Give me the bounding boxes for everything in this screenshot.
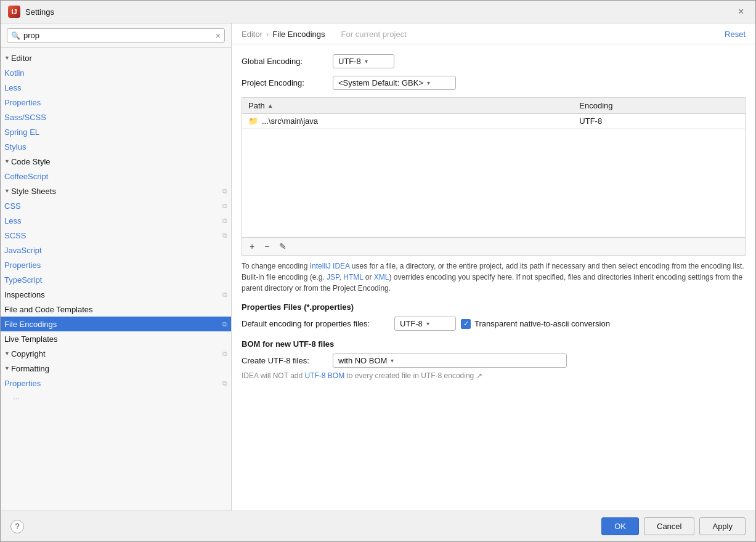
create-utf8-label: Create UTF-8 files:	[242, 356, 328, 365]
sidebar-item-live-templates[interactable]: Live Templates	[1, 331, 231, 346]
transparent-label: Transparent native-to-ascii conversion	[474, 319, 610, 328]
search-box: 🔍 ×	[1, 23, 231, 48]
transparent-checkbox-wrap: ✓ Transparent native-to-ascii conversion	[461, 319, 610, 329]
project-encoding-arrow-icon: ▾	[427, 79, 430, 86]
help-button[interactable]: ?	[10, 520, 24, 533]
sidebar-item-spring-el[interactable]: Spring EL	[1, 124, 231, 139]
copyright-label: Copyright	[11, 349, 46, 358]
table-toolbar: + − ✎	[242, 237, 745, 255]
sidebar-item-sass[interactable]: Sass/SCSS	[1, 110, 231, 124]
sidebar-item-less[interactable]: Less	[1, 80, 231, 95]
sidebar-item-javascript[interactable]: JavaScript	[1, 243, 231, 257]
bom-section: BOM for new UTF-8 files Create UTF-8 fil…	[242, 339, 746, 380]
th-encoding: Encoding	[573, 98, 745, 113]
folder-icon: 📁	[248, 116, 258, 126]
sidebar-item-code-style[interactable]: ▼ Code Style	[1, 154, 231, 169]
default-encoding-value: UTF-8	[400, 319, 423, 328]
table-body: 📁 ...\src\main\java UTF-8	[242, 114, 745, 237]
for-current-project: For current project	[341, 30, 407, 39]
clear-search-button[interactable]: ×	[216, 31, 221, 40]
sidebar-item-coffeescript[interactable]: CoffeeScript	[1, 169, 231, 184]
td-path: 📁 ...\src\main\java	[242, 114, 573, 128]
reset-button[interactable]: Reset	[725, 30, 746, 39]
sidebar-item-kotlin[interactable]: Kotlin	[1, 65, 231, 80]
table-header: Path ▲ Encoding	[242, 98, 745, 114]
th-path: Path ▲	[242, 98, 573, 113]
file-encodings-label: File Encodings	[4, 320, 57, 329]
breadcrumb-separator: ›	[266, 30, 269, 39]
sidebar-item-file-encodings[interactable]: File Encodings ⧉	[1, 317, 231, 331]
apply-button[interactable]: Apply	[699, 517, 746, 535]
sidebar-item-style-sheets[interactable]: ▼ Style Sheets ⧉	[1, 184, 231, 198]
project-encoding-dropdown[interactable]: <System Default: GBK> ▾	[333, 76, 456, 90]
sidebar-item-copyright[interactable]: ▼ Copyright ⧉	[1, 346, 231, 361]
transparent-checkbox[interactable]: ✓	[461, 319, 471, 329]
close-button[interactable]: ×	[738, 7, 748, 17]
intellij-link: IntelliJ IDEA	[310, 262, 350, 270]
app-icon: IJ	[8, 6, 20, 18]
encoding-value: UTF-8	[579, 116, 602, 126]
expand-editor-icon: ▼	[4, 55, 10, 61]
bom-row: Create UTF-8 files: with NO BOM ▾	[242, 354, 746, 368]
edit-row-button[interactable]: ✎	[275, 240, 290, 253]
project-encoding-value: <System Default: GBK>	[338, 78, 423, 87]
file-code-templates-label: File and Code Templates	[4, 305, 93, 314]
sidebar-item-stylus[interactable]: Stylus	[1, 139, 231, 154]
add-row-button[interactable]: +	[246, 240, 258, 253]
sidebar-item-editor[interactable]: ▼ Editor	[1, 51, 231, 65]
panel-content: Global Encoding: UTF-8 ▾ Project Encodin…	[232, 44, 755, 511]
search-input[interactable]	[23, 31, 213, 40]
sidebar-item-properties2[interactable]: Properties	[1, 257, 231, 272]
table-row[interactable]: 📁 ...\src\main\java UTF-8	[242, 114, 745, 129]
remove-row-button[interactable]: −	[261, 240, 273, 253]
search-icon: 🔍	[11, 31, 20, 40]
more-label: ···	[13, 394, 20, 403]
create-utf8-dropdown[interactable]: with NO BOM ▾	[333, 354, 567, 368]
encoding-info: To change encoding IntelliJ IDEA uses fo…	[242, 261, 746, 294]
path-value: ...\src\main\java	[262, 116, 318, 126]
sidebar-item-scss[interactable]: SCSS ⧉	[1, 228, 231, 243]
properties-section-title: Properties Files (*.properties)	[242, 302, 746, 312]
scss-copy-icon: ⧉	[222, 232, 227, 240]
jsp-link: JSP	[327, 273, 339, 281]
scss-label: SCSS	[4, 231, 26, 240]
search-wrap: 🔍 ×	[7, 28, 225, 42]
properties3-copy-icon: ⧉	[222, 379, 227, 387]
global-encoding-dropdown[interactable]: UTF-8 ▾	[333, 54, 394, 68]
inspections-copy-icon: ⧉	[222, 291, 227, 299]
bom-section-title: BOM for new UTF-8 files	[242, 339, 746, 349]
sidebar-item-inspections[interactable]: Inspections ⧉	[1, 287, 231, 302]
sass-label: Sass/SCSS	[4, 113, 46, 122]
sidebar-item-less2[interactable]: Less ⧉	[1, 213, 231, 228]
kotlin-label: Kotlin	[4, 68, 25, 78]
sidebar-item-properties3[interactable]: Properties ⧉	[1, 376, 231, 390]
less2-label: Less	[4, 216, 21, 225]
td-encoding: UTF-8	[573, 114, 745, 128]
sidebar-item-formatting[interactable]: ▼ Formatting	[1, 361, 231, 376]
cancel-button[interactable]: Cancel	[644, 517, 694, 535]
sidebar-item-css[interactable]: CSS ⧉	[1, 198, 231, 213]
sidebar-item-properties[interactable]: Properties	[1, 95, 231, 110]
file-encodings-copy-icon: ⧉	[222, 320, 227, 328]
sidebar-item-typescript[interactable]: TypeScript	[1, 272, 231, 287]
panel-header: Editor › File Encodings For current proj…	[232, 23, 755, 44]
bottom-bar: ? OK Cancel Apply	[1, 511, 755, 541]
ok-button[interactable]: OK	[601, 517, 639, 535]
stylus-label: Stylus	[4, 142, 26, 152]
sidebar-more-items: ···	[1, 390, 231, 405]
sidebar-item-file-code-templates[interactable]: File and Code Templates	[1, 302, 231, 317]
javascript-label: JavaScript	[4, 246, 42, 255]
bom-info: IDEA will NOT add UTF-8 BOM to every cre…	[242, 371, 746, 380]
default-encoding-dropdown[interactable]: UTF-8 ▾	[394, 317, 456, 331]
code-style-label: Code Style	[11, 157, 51, 166]
create-utf8-value: with NO BOM	[338, 356, 387, 365]
sort-icon: ▲	[267, 102, 274, 109]
action-buttons: OK Cancel Apply	[601, 517, 746, 535]
breadcrumb-current: File Encodings	[272, 30, 325, 39]
default-encoding-arrow-icon: ▾	[426, 320, 429, 327]
properties3-label: Properties	[4, 379, 41, 388]
create-utf8-arrow-icon: ▾	[391, 357, 394, 364]
less-label: Less	[4, 83, 21, 92]
title-bar-left: IJ Settings	[8, 6, 54, 18]
encoding-table: Path ▲ Encoding 📁 ...\src\main\java	[242, 97, 746, 256]
